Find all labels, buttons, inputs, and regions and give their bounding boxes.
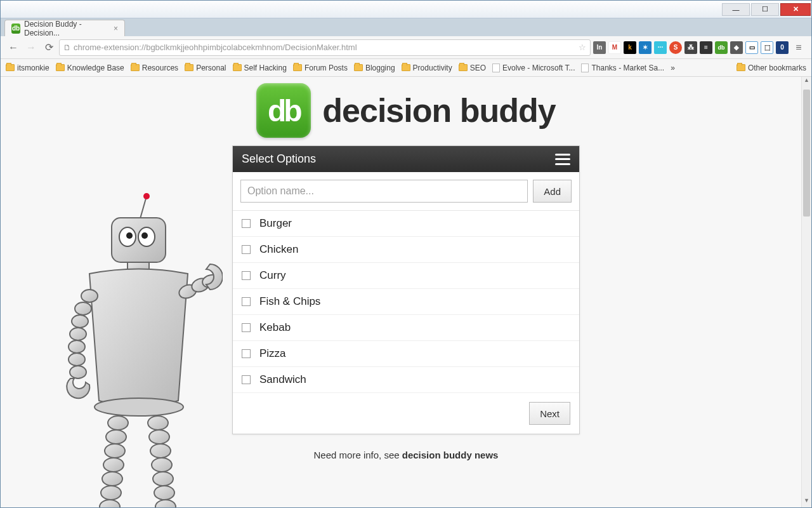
svg-point-23 — [102, 472, 122, 486]
option-row[interactable]: Chicken — [233, 237, 579, 263]
url-text: chrome-extension://bgbclkmkjjeohhpimbjco… — [74, 43, 357, 52]
checkbox[interactable] — [242, 349, 251, 358]
ext-icon[interactable]: 0 — [776, 41, 789, 54]
checkbox[interactable] — [242, 297, 251, 306]
bookmark-folder[interactable]: Resources — [131, 64, 178, 72]
scroll-up-icon[interactable]: ▲ — [802, 77, 811, 87]
svg-point-19 — [108, 416, 128, 430]
address-bar[interactable]: 🗋 chrome-extension://bgbclkmkjjeohhpimbj… — [59, 39, 591, 56]
svg-point-15 — [70, 328, 86, 340]
robot-mascot — [45, 191, 223, 507]
scroll-down-icon[interactable]: ▼ — [802, 497, 811, 507]
logo-text: decision buddy — [322, 91, 555, 130]
bookmark-folder[interactable]: Forum Posts — [293, 64, 348, 72]
minimize-button[interactable]: — — [722, 3, 750, 16]
browser-toolbar: ← → ⟳ 🗋 chrome-extension://bgbclkmkjjeoh… — [1, 36, 811, 59]
tab-close-icon[interactable]: × — [114, 24, 118, 33]
bookmark-folder[interactable]: itsmonkie — [6, 64, 49, 72]
ext-icon[interactable]: S — [669, 41, 682, 54]
vertical-scrollbar[interactable]: ▲ ▼ — [801, 77, 811, 507]
options-panel: Select Options Add Burger Chicken Curry … — [232, 145, 580, 434]
panel-title: Select Options — [242, 152, 316, 166]
option-label: Burger — [259, 217, 292, 230]
option-row[interactable]: Pizza — [233, 341, 579, 367]
svg-point-14 — [72, 315, 88, 328]
svg-point-35 — [155, 500, 176, 507]
bookmark-folder[interactable]: Blogging — [354, 64, 395, 72]
svg-point-13 — [75, 302, 91, 315]
option-name-input[interactable] — [240, 180, 528, 203]
option-row[interactable]: Burger — [233, 211, 579, 237]
ext-icon[interactable]: ⁂ — [684, 41, 697, 54]
bookmark-folder[interactable]: Knowledge Base — [56, 64, 124, 72]
close-button[interactable]: ✕ — [780, 3, 811, 16]
svg-point-31 — [150, 444, 171, 458]
ext-icon[interactable]: M — [608, 41, 621, 54]
option-label: Chicken — [259, 243, 298, 256]
option-label: Kebab — [259, 321, 291, 334]
ext-icon[interactable]: ◆ — [730, 41, 743, 54]
bookmark-link[interactable]: Evolve - Microsoft T... — [492, 64, 575, 72]
option-row[interactable]: Kebab — [233, 315, 579, 341]
svg-point-33 — [153, 472, 173, 486]
checkbox[interactable] — [242, 271, 251, 280]
option-label: Fish & Chips — [259, 295, 320, 308]
maximize-button[interactable]: ☐ — [751, 3, 779, 16]
ext-icon[interactable]: In — [593, 41, 606, 54]
other-bookmarks[interactable]: Other bookmarks — [737, 64, 806, 72]
bookmark-folder[interactable]: Self Hacking — [233, 64, 287, 72]
panel-header: Select Options — [233, 146, 579, 172]
bookmark-star-icon[interactable]: ☆ — [579, 43, 586, 52]
option-row[interactable]: Sandwich — [233, 367, 579, 393]
bookmark-link[interactable]: Thanks - Market Sa... — [581, 64, 664, 72]
bookmark-folder[interactable]: SEO — [459, 64, 486, 72]
bookmark-overflow[interactable]: » — [671, 64, 675, 72]
svg-point-30 — [149, 430, 169, 444]
extension-icons: In M k ✶ ··· S ⁂ ≡ db ◆ ▭ ⬚ 0 ≡ — [593, 40, 806, 55]
app-logo: db decision buddy — [13, 83, 799, 138]
checkbox[interactable] — [242, 219, 251, 228]
ext-icon[interactable]: db — [715, 41, 728, 54]
svg-point-16 — [69, 340, 85, 353]
option-row[interactable]: Fish & Chips — [233, 289, 579, 315]
browser-tab[interactable]: db Decision Buddy - Decision... × — [4, 20, 125, 36]
svg-point-32 — [152, 458, 172, 472]
help-link[interactable]: decision buddy news — [402, 450, 499, 460]
ext-icon[interactable]: ··· — [654, 41, 667, 54]
checkbox[interactable] — [242, 375, 251, 384]
ext-icon[interactable]: k — [624, 41, 636, 54]
svg-point-29 — [148, 416, 168, 430]
next-button[interactable]: Next — [529, 402, 570, 425]
back-button[interactable]: ← — [6, 40, 21, 55]
bookmark-folder[interactable]: Personal — [185, 64, 226, 72]
bookmarks-bar: itsmonkie Knowledge Base Resources Perso… — [1, 59, 811, 77]
scroll-thumb[interactable] — [803, 90, 810, 217]
add-button[interactable]: Add — [533, 180, 572, 203]
chrome-menu-icon[interactable]: ≡ — [791, 40, 806, 55]
checkbox[interactable] — [242, 245, 251, 254]
panel-menu-icon[interactable] — [555, 154, 570, 165]
svg-point-34 — [154, 486, 174, 500]
option-label: Sandwich — [259, 373, 306, 386]
tab-title: Decision Buddy - Decision... — [24, 20, 107, 37]
checkbox[interactable] — [242, 323, 251, 332]
forward-button[interactable]: → — [23, 40, 39, 55]
svg-point-22 — [103, 458, 124, 472]
ext-icon[interactable]: ⬚ — [761, 41, 773, 54]
svg-point-24 — [101, 486, 121, 500]
browser-window: — ☐ ✕ db Decision Buddy - Decision... × … — [0, 0, 812, 508]
option-row[interactable]: Curry — [233, 263, 579, 289]
bookmark-folder[interactable]: Productivity — [402, 64, 452, 72]
svg-point-17 — [69, 353, 85, 366]
svg-point-25 — [100, 500, 120, 507]
svg-point-18 — [70, 366, 86, 378]
ext-icon[interactable]: ✶ — [639, 41, 652, 54]
ext-icon[interactable]: ▭ — [745, 41, 758, 54]
svg-point-6 — [141, 232, 148, 239]
tab-favicon: db — [11, 23, 20, 34]
option-label: Pizza — [259, 347, 286, 360]
svg-point-12 — [81, 290, 98, 302]
ext-icon[interactable]: ≡ — [700, 41, 712, 54]
reload-button[interactable]: ⟳ — [41, 40, 56, 55]
window-titlebar: — ☐ ✕ — [1, 1, 811, 18]
